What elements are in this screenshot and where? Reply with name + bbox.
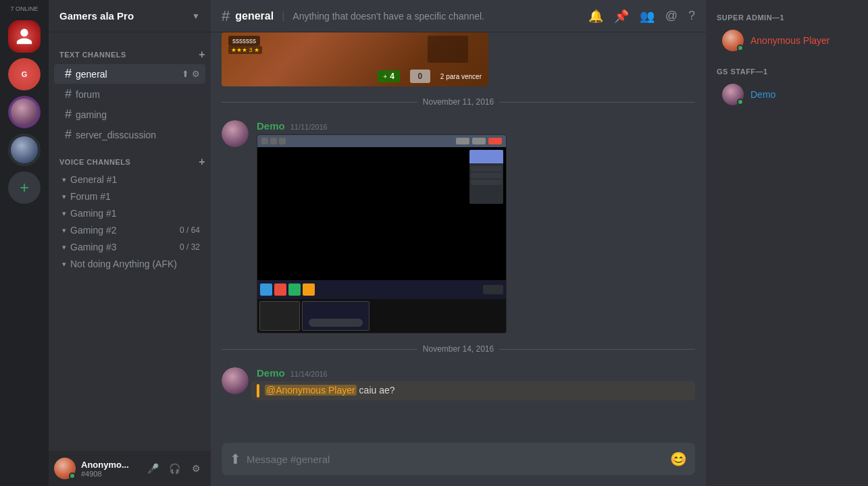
- channel-list: TEXT CHANNELS + # general ⬆ ⚙ # forum # …: [49, 32, 211, 451]
- gs-staff-section-header: GS STAFF—1: [706, 65, 868, 78]
- main-chat: # general | Anything that doesn't have a…: [211, 0, 706, 486]
- hash-icon: #: [65, 67, 72, 81]
- user-panel-tag: #4908: [81, 470, 138, 478]
- upload-icon[interactable]: ⬆: [182, 69, 189, 79]
- channel-label-server-disscussion: server_disscussion: [76, 130, 156, 140]
- voice-channel-gaming1[interactable]: ▾ Gaming #1: [54, 205, 205, 221]
- date-label-nov11: November 11, 2016: [417, 97, 499, 107]
- messages-container: sssssss ★★★ 3 ★ +4 0 2 para vencer Novem…: [211, 32, 706, 443]
- hash-icon: #: [65, 87, 72, 101]
- member-item-demo[interactable]: Demo: [711, 81, 863, 108]
- message-input-area: ⬆ 😊: [211, 443, 706, 486]
- message-screenshot-image: [257, 134, 507, 333]
- chat-header: # general | Anything that doesn't have a…: [211, 0, 706, 32]
- channel-label-general: general: [76, 69, 107, 80]
- collapse-icon: ▾: [62, 243, 66, 252]
- voice-channel-gaming2[interactable]: ▾ Gaming #2 0 / 64: [54, 222, 205, 238]
- message-input[interactable]: [247, 446, 665, 473]
- channel-item-forum[interactable]: # forum: [54, 84, 205, 104]
- server-name: Gamers ala Pro: [59, 10, 134, 22]
- channel-item-server-disscussion[interactable]: # server_disscussion: [54, 125, 205, 144]
- server-icon-3[interactable]: [8, 96, 41, 128]
- user-panel: Anonymo... #4908 🎤 🎧 ⚙: [49, 451, 211, 486]
- date-separator-nov14: November 14, 2016: [222, 344, 695, 354]
- user-settings-button[interactable]: ⚙: [186, 459, 205, 478]
- channel-icons: ⬆ ⚙: [182, 69, 200, 79]
- message-header-demo-2: Demo 11/14/2016: [257, 367, 695, 379]
- mention-tag[interactable]: @Anonymous Player: [265, 385, 357, 396]
- notification-icon[interactable]: 🔔: [588, 9, 603, 24]
- message-avatar-demo-1[interactable]: [222, 120, 249, 147]
- server-icon-4[interactable]: [8, 134, 41, 166]
- voice-channel-label-afk: Not doing Anything (AFK): [70, 259, 177, 269]
- deafen-button[interactable]: 🎧: [165, 459, 184, 478]
- voice-channel-general1[interactable]: ▾ General #1: [54, 171, 205, 188]
- voice-channel-afk[interactable]: ▾ Not doing Anything (AFK): [54, 256, 205, 272]
- user-panel-avatar: [54, 458, 76, 479]
- voice-channel-label-gaming1: Gaming #1: [70, 208, 116, 219]
- mention-message-text: @Anonymous Player caiu ae?: [265, 384, 395, 398]
- mention-icon[interactable]: @: [665, 9, 678, 24]
- mention-message: @Anonymous Player caiu ae?: [251, 381, 695, 400]
- voice-channel-gaming3[interactable]: ▾ Gaming #3 0 / 32: [54, 239, 205, 255]
- voice-channel-count-gaming2: 0 / 64: [180, 225, 200, 235]
- top-game-image: sssssss ★★★ 3 ★ +4 0 2 para vencer: [222, 32, 695, 86]
- voice-channel-label-general1: General #1: [70, 174, 117, 185]
- voice-channel-forum1[interactable]: ▾ Forum #1: [54, 188, 205, 205]
- user-panel-info: Anonymo... #4908: [81, 460, 138, 478]
- add-server-button[interactable]: +: [8, 171, 41, 204]
- voice-channel-label-forum1: Forum #1: [70, 191, 111, 202]
- chat-header-channel-name: general: [235, 10, 274, 22]
- add-text-channel-button[interactable]: +: [199, 49, 205, 61]
- message-group-demo-1: Demo 11/11/2016: [222, 117, 695, 333]
- member-item-anonymous-player[interactable]: Anonymous Player: [711, 27, 863, 54]
- message-content-demo-2: Demo 11/14/2016 @Anonymous Player caiu a…: [257, 367, 695, 400]
- add-voice-channel-button[interactable]: +: [199, 156, 205, 168]
- member-name-demo: Demo: [750, 89, 775, 100]
- message-header-demo-1: Demo 11/11/2016: [257, 120, 695, 132]
- mute-button[interactable]: 🎤: [143, 459, 162, 478]
- collapse-icon: ▾: [62, 209, 66, 218]
- message-avatar-demo-2[interactable]: [222, 367, 249, 394]
- message-author-demo-2[interactable]: Demo: [257, 367, 285, 379]
- voice-channels-header: VOICE CHANNELS +: [49, 145, 211, 171]
- server-list: 7 ONLINE G +: [0, 0, 49, 486]
- server-icon-2[interactable]: G: [8, 58, 41, 90]
- hash-icon: #: [65, 107, 72, 122]
- date-separator-nov11: November 11, 2016: [222, 97, 695, 107]
- date-label-nov14: November 14, 2016: [417, 344, 499, 354]
- channel-label-forum: forum: [76, 89, 100, 100]
- channel-label-gaming: gaming: [76, 109, 107, 120]
- member-avatar-demo: [722, 84, 744, 105]
- message-timestamp-demo-2: 11/14/2016: [290, 370, 328, 378]
- message-text-after: caiu ae?: [357, 385, 395, 396]
- message-input-wrapper: ⬆ 😊: [222, 443, 695, 475]
- member-status-dot-demo: [737, 99, 744, 105]
- pin-icon[interactable]: 📌: [614, 9, 629, 24]
- member-status-dot-anon: [737, 45, 744, 51]
- emoji-button[interactable]: 😊: [670, 451, 687, 467]
- voice-channel-label-gaming3: Gaming #3: [70, 242, 116, 252]
- message-author-demo-1[interactable]: Demo: [257, 120, 285, 132]
- members-icon[interactable]: 👥: [640, 9, 655, 24]
- collapse-icon: ▾: [62, 260, 66, 269]
- settings-icon[interactable]: ⚙: [192, 69, 200, 79]
- server-icon-1[interactable]: [8, 20, 41, 53]
- user-panel-controls: 🎤 🎧 ⚙: [143, 459, 205, 478]
- chat-header-actions: 🔔 📌 👥 @ ?: [588, 9, 695, 24]
- right-sidebar: SUPER ADMIN—1 Anonymous Player GS STAFF—…: [706, 0, 868, 486]
- channel-item-gaming[interactable]: # gaming: [54, 105, 205, 124]
- help-icon[interactable]: ?: [688, 9, 695, 24]
- channel-sidebar: Gamers ala Pro ▼ TEXT CHANNELS + # gener…: [49, 0, 211, 486]
- header-divider: |: [282, 10, 284, 22]
- collapse-icon: ▾: [62, 176, 66, 184]
- user-panel-name: Anonymo...: [81, 460, 138, 470]
- collapse-icon: ▾: [62, 192, 66, 201]
- upload-button[interactable]: ⬆: [230, 443, 241, 475]
- message-group-demo-2: Demo 11/14/2016 @Anonymous Player caiu a…: [222, 364, 695, 400]
- server-header[interactable]: Gamers ala Pro ▼: [49, 0, 211, 32]
- channel-hash-icon: #: [222, 7, 230, 25]
- channel-item-general[interactable]: # general ⬆ ⚙: [54, 64, 205, 84]
- user-status-dot: [69, 473, 76, 479]
- super-admin-section-header: SUPER ADMIN—1: [706, 11, 868, 24]
